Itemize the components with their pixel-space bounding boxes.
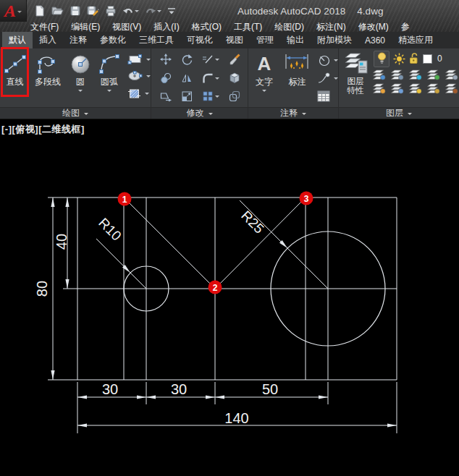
title-bar: A bbox=[0, 0, 459, 32]
ribbon-tab[interactable]: 精选应用 bbox=[392, 32, 439, 48]
layer-freeze[interactable] bbox=[408, 69, 422, 80]
array-icon bbox=[202, 90, 214, 102]
copy-button[interactable] bbox=[160, 72, 172, 84]
ribbon-tab[interactable]: 三维工具 bbox=[132, 32, 180, 48]
center-mark-button[interactable] bbox=[317, 54, 338, 67]
move-button[interactable] bbox=[160, 54, 172, 65]
mirror-button[interactable] bbox=[181, 72, 193, 84]
layers-panel-footer[interactable]: 图层 bbox=[339, 107, 459, 119]
layer-unlock-all[interactable] bbox=[426, 83, 440, 94]
layer-properties-button[interactable]: 图层 特性 bbox=[342, 48, 369, 107]
rotate-button[interactable] bbox=[181, 54, 193, 65]
layer-unlock-icon[interactable] bbox=[409, 53, 419, 64]
redo-button[interactable] bbox=[145, 6, 161, 17]
current-layer-name[interactable]: 0 bbox=[437, 54, 442, 64]
text-dropdown-icon[interactable] bbox=[262, 90, 266, 94]
annotation-panel-footer[interactable]: 注释 bbox=[248, 107, 338, 119]
layer-on-bulb-icon[interactable] bbox=[374, 51, 389, 67]
hatch-button[interactable] bbox=[127, 88, 151, 100]
fillet-button[interactable] bbox=[202, 72, 219, 84]
text-button[interactable]: A 文字 bbox=[251, 48, 277, 107]
menu-item[interactable]: 编辑(E) bbox=[71, 22, 100, 32]
rectangle-button[interactable] bbox=[127, 54, 151, 64]
layer-lock[interactable] bbox=[426, 69, 440, 80]
trim-button[interactable] bbox=[202, 54, 219, 65]
layer-dropdown[interactable]: 0 bbox=[372, 50, 459, 67]
layer-color-swatch[interactable] bbox=[423, 54, 432, 64]
menu-item[interactable]: 文件(F) bbox=[30, 22, 59, 32]
modify-panel-footer[interactable]: 修改 bbox=[151, 107, 248, 119]
menu-item[interactable]: 插入(I) bbox=[153, 22, 179, 32]
menu-item[interactable]: 格式(O) bbox=[192, 22, 222, 32]
match-properties-button[interactable] bbox=[229, 54, 240, 65]
arc-button[interactable]: 圆弧 bbox=[94, 48, 124, 107]
open-file-button[interactable] bbox=[51, 5, 64, 17]
menu-item[interactable]: 参 bbox=[401, 22, 410, 32]
layer-thaw-all[interactable] bbox=[408, 83, 422, 94]
stretch-icon bbox=[160, 90, 172, 102]
menu-item[interactable]: 绘图(D) bbox=[274, 22, 304, 32]
layer-isolate[interactable] bbox=[390, 69, 404, 80]
ribbon-tab[interactable]: 默认 bbox=[2, 32, 33, 48]
table-button[interactable] bbox=[317, 90, 338, 102]
viewport-controls[interactable]: [-][俯视][二维线框] bbox=[1, 123, 85, 136]
application-menu-button[interactable]: A bbox=[0, 0, 27, 22]
make-object-layer-current[interactable] bbox=[445, 69, 458, 80]
ellipse-button[interactable] bbox=[127, 71, 151, 81]
undo-dropdown-icon[interactable] bbox=[135, 10, 139, 14]
scale-icon bbox=[181, 90, 193, 102]
svg-text:80: 80 bbox=[34, 281, 50, 297]
draw-panel-footer[interactable]: 绘图 bbox=[0, 107, 151, 119]
circle-dropdown-icon[interactable] bbox=[78, 90, 83, 94]
trim-icon bbox=[202, 54, 214, 65]
array-button[interactable] bbox=[202, 90, 219, 102]
explode-button[interactable] bbox=[229, 72, 240, 84]
ribbon-tab[interactable]: 管理 bbox=[250, 32, 280, 48]
dimension-icon bbox=[283, 51, 311, 77]
hatch-dropdown-icon[interactable] bbox=[145, 93, 149, 97]
layer-off[interactable] bbox=[372, 69, 386, 80]
layer-on[interactable] bbox=[372, 83, 386, 94]
layer-tools bbox=[372, 67, 459, 94]
dimension-button[interactable]: 标注 bbox=[281, 48, 313, 107]
svg-text:R10: R10 bbox=[96, 215, 124, 243]
ribbon-tab[interactable]: A360 bbox=[358, 32, 392, 48]
stretch-button[interactable] bbox=[160, 90, 172, 102]
undo-button[interactable] bbox=[122, 6, 139, 17]
polyline-button[interactable]: 多段线 bbox=[30, 48, 66, 107]
circle-button[interactable]: 圆 bbox=[68, 48, 92, 107]
new-file-button[interactable] bbox=[34, 5, 46, 17]
array-dropdown-icon[interactable] bbox=[215, 95, 219, 100]
save-button[interactable] bbox=[70, 5, 81, 17]
ribbon-tab[interactable]: 参数化 bbox=[93, 32, 132, 48]
change-to-current-layer[interactable] bbox=[445, 83, 458, 94]
scale-button[interactable] bbox=[181, 90, 193, 102]
menu-item[interactable]: 视图(V) bbox=[112, 22, 141, 32]
ribbon-tab[interactable]: 输出 bbox=[280, 32, 311, 48]
menu-item[interactable]: 标注(N) bbox=[316, 22, 346, 32]
multileader-button[interactable] bbox=[317, 72, 338, 84]
customize-qat-button[interactable] bbox=[167, 7, 176, 16]
menu-item[interactable]: 修改(M) bbox=[358, 22, 389, 32]
fillet-icon bbox=[202, 72, 214, 84]
save-as-button[interactable] bbox=[87, 5, 99, 17]
offset-button[interactable] bbox=[229, 90, 240, 102]
fillet-dropdown-icon[interactable] bbox=[215, 77, 219, 82]
menu-item[interactable]: 工具(T) bbox=[234, 22, 262, 32]
hatch-icon bbox=[127, 88, 142, 100]
drawing-canvas[interactable]: [-][俯视][二维线框] 8040303050140R10R25123 bbox=[0, 120, 459, 476]
ribbon-tab[interactable]: 可视化 bbox=[180, 32, 219, 48]
arc-dropdown-icon[interactable] bbox=[107, 90, 111, 94]
ribbon-tab[interactable]: 插入 bbox=[33, 32, 63, 48]
plot-button[interactable] bbox=[105, 5, 117, 17]
svg-text:30: 30 bbox=[102, 381, 118, 397]
layer-thaw-sun-icon[interactable] bbox=[393, 53, 405, 65]
line-button[interactable]: 直线 bbox=[2, 48, 28, 107]
layer-unisolate[interactable] bbox=[390, 83, 404, 94]
trim-dropdown-icon[interactable] bbox=[215, 59, 219, 63]
panel-expand-icon bbox=[408, 113, 412, 117]
ribbon-tab[interactable]: 注释 bbox=[63, 32, 93, 48]
redo-dropdown-icon[interactable] bbox=[157, 10, 161, 14]
ribbon-tab[interactable]: 视图 bbox=[219, 32, 250, 48]
ribbon-tab[interactable]: 附加模块 bbox=[311, 32, 358, 48]
